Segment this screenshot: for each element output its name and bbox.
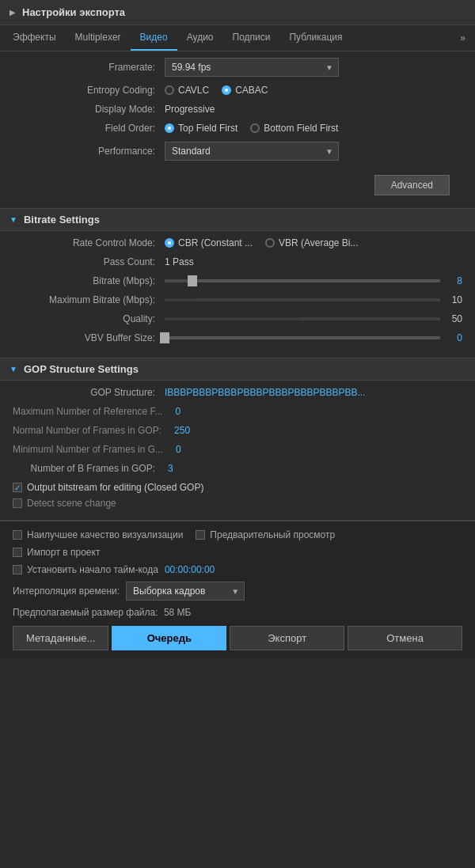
framerate-row: Framerate: 59.94 fps ▼ [13, 58, 462, 77]
action-buttons-row: Метаданные... Очередь Экспорт Отмена [13, 626, 462, 650]
preview-label: Предварительный просмотр [210, 529, 335, 540]
detect-scene-checkbox[interactable] [13, 498, 22, 508]
rate-vbr-label: VBR (Average Bi... [279, 237, 359, 248]
entropy-label: Entropy Coding: [13, 85, 155, 96]
quality-row: Quality: 50 [13, 313, 462, 324]
field-order-row: Field Order: Top Field First Bottom Fiel… [13, 123, 462, 134]
display-mode-value: Progressive [165, 104, 215, 115]
pass-count-control: 1 Pass [165, 256, 462, 267]
bitrate-settings-section: Rate Control Mode: CBR (Constant ... VBR… [0, 231, 475, 358]
bottom-options-row-2: Импорт в проект [13, 547, 462, 558]
interpolation-dropdown[interactable]: Выборка кадров ▼ [126, 582, 245, 601]
timecode-checkbox[interactable] [13, 565, 22, 574]
advanced-button[interactable]: Advanced [374, 175, 450, 195]
field-order-label: Field Order: [13, 123, 155, 134]
field-bottom-radio[interactable] [250, 123, 260, 133]
tab-video[interactable]: Видео [131, 25, 177, 51]
quality-slider-value: 50 [446, 313, 462, 324]
tabs-bar: Эффекты Multiplexer Видео Аудио Подписи … [0, 25, 475, 51]
framerate-dropdown-arrow: ▼ [325, 63, 333, 72]
bitrate-label: Bitrate (Mbps): [13, 275, 155, 286]
best-quality-label: Наилучшее качество визуализации [27, 529, 183, 540]
tab-audio[interactable]: Аудио [177, 25, 223, 51]
best-quality-checkbox[interactable] [13, 530, 22, 540]
bottom-section: Наилучшее качество визуализации Предвари… [0, 520, 475, 658]
advanced-row: Advanced [0, 175, 475, 202]
gop-section-arrow: ▼ [10, 365, 17, 373]
vbv-control: 0 [165, 332, 462, 343]
entropy-cabac-radio[interactable] [222, 85, 231, 95]
entropy-cabac-option[interactable]: CABAC [222, 85, 268, 96]
import-checkbox[interactable] [13, 548, 22, 557]
field-bottom-label: Bottom Field First [264, 123, 338, 134]
bitrate-section-header[interactable]: ▼ Bitrate Settings [0, 208, 475, 231]
gop-section-header[interactable]: ▼ GOP Structure Settings [0, 358, 475, 381]
field-top-option[interactable]: Top Field First [165, 123, 238, 134]
max-bitrate-label: Maximum Bitrate (Mbps): [13, 294, 155, 305]
max-bitrate-slider-container: 10 [165, 294, 462, 305]
performance-dropdown[interactable]: Standard ▼ [165, 142, 339, 161]
header-arrow-icon: ▶ [10, 8, 16, 17]
field-top-radio[interactable] [165, 123, 174, 133]
closed-gop-checkbox-item[interactable]: ✓ Output bitstream for editing (Closed G… [13, 482, 462, 493]
bitrate-slider-value: 8 [446, 275, 462, 286]
display-mode-label: Display Mode: [13, 104, 155, 115]
queue-button[interactable]: Очередь [112, 626, 226, 650]
tabs-more-button[interactable]: » [454, 26, 472, 50]
performance-row: Performance: Standard ▼ [13, 142, 462, 161]
max-bitrate-slider-value: 10 [446, 294, 462, 305]
gop-structure-row: GOP Structure: IBBBPBBBPBBBPBBBPBBBPBBBP… [13, 387, 462, 398]
performance-label: Performance: [13, 146, 155, 157]
framerate-control: 59.94 fps ▼ [165, 58, 462, 77]
preview-checkbox[interactable] [196, 530, 205, 540]
entropy-cavlc-label: CAVLC [178, 85, 209, 96]
interpolation-label: Интерполяция времени: [13, 586, 120, 597]
interpolation-dropdown-arrow: ▼ [231, 587, 239, 596]
max-bitrate-row: Maximum Bitrate (Mbps): 10 [13, 294, 462, 305]
detect-scene-label: Detect scene change [27, 498, 116, 509]
interpolation-row: Интерполяция времени: Выборка кадров ▼ [13, 582, 462, 601]
entropy-cavlc-option[interactable]: CAVLC [165, 85, 209, 96]
rate-cbr-label: CBR (Constant ... [178, 237, 253, 248]
pass-count-row: Pass Count: 1 Pass [13, 256, 462, 267]
closed-gop-checkbox[interactable]: ✓ [13, 483, 22, 492]
framerate-dropdown[interactable]: 59.94 fps ▼ [165, 58, 339, 77]
max-bitrate-slider-track [165, 298, 440, 301]
bitrate-row: Bitrate (Mbps): 8 [13, 275, 462, 286]
tab-multiplexer[interactable]: Multiplexer [66, 25, 131, 51]
rate-cbr-radio[interactable] [165, 238, 174, 248]
max-ref-row: Maximum Number of Reference F... 0 [13, 406, 462, 417]
performance-dropdown-arrow: ▼ [325, 147, 333, 156]
rate-vbr-option[interactable]: VBR (Average Bi... [265, 237, 359, 248]
metadata-button[interactable]: Метаданные... [13, 626, 108, 650]
entropy-cavlc-radio[interactable] [165, 85, 174, 95]
cancel-button[interactable]: Отмена [348, 626, 462, 650]
bitrate-slider-container: 8 [165, 275, 462, 286]
field-order-control: Top Field First Bottom Field First [165, 123, 462, 134]
bitrate-slider-track[interactable] [165, 279, 440, 282]
gop-section-title: GOP Structure Settings [24, 363, 139, 375]
file-size-row: Предполагаемый размер файла: 58 МБ [13, 607, 462, 618]
tab-subtitles[interactable]: Подписи [223, 25, 280, 51]
rate-cbr-option[interactable]: CBR (Constant ... [165, 237, 253, 248]
tab-publish[interactable]: Публикация [279, 25, 352, 51]
field-bottom-option[interactable]: Bottom Field First [250, 123, 338, 134]
export-button[interactable]: Экспорт [230, 626, 344, 650]
gop-settings-section: GOP Structure: IBBBPBBBPBBBPBBBPBBBPBBBP… [0, 381, 475, 520]
video-settings-section: Framerate: 59.94 fps ▼ Entropy Coding: C… [0, 51, 475, 175]
quality-label: Quality: [13, 313, 155, 324]
b-frames-value: 3 [168, 463, 173, 474]
detect-scene-checkbox-item[interactable]: Detect scene change [13, 498, 462, 509]
min-frames-row: Minimuml Number of Frames in G... 0 [13, 444, 462, 455]
vbv-slider-value: 0 [446, 332, 462, 343]
tab-effects[interactable]: Эффекты [3, 25, 66, 51]
file-size-label: Предполагаемый размер файла: [13, 607, 158, 618]
rate-vbr-radio[interactable] [265, 238, 275, 248]
normal-frames-value: 250 [174, 425, 190, 436]
bitrate-section-arrow: ▼ [10, 215, 17, 224]
vbv-slider-track[interactable] [165, 336, 440, 339]
entropy-cabac-label: CABAC [235, 85, 268, 96]
entropy-control: CAVLC CABAC [165, 85, 462, 96]
import-label: Импорт в проект [27, 547, 100, 558]
quality-slider-container: 50 [165, 313, 462, 324]
